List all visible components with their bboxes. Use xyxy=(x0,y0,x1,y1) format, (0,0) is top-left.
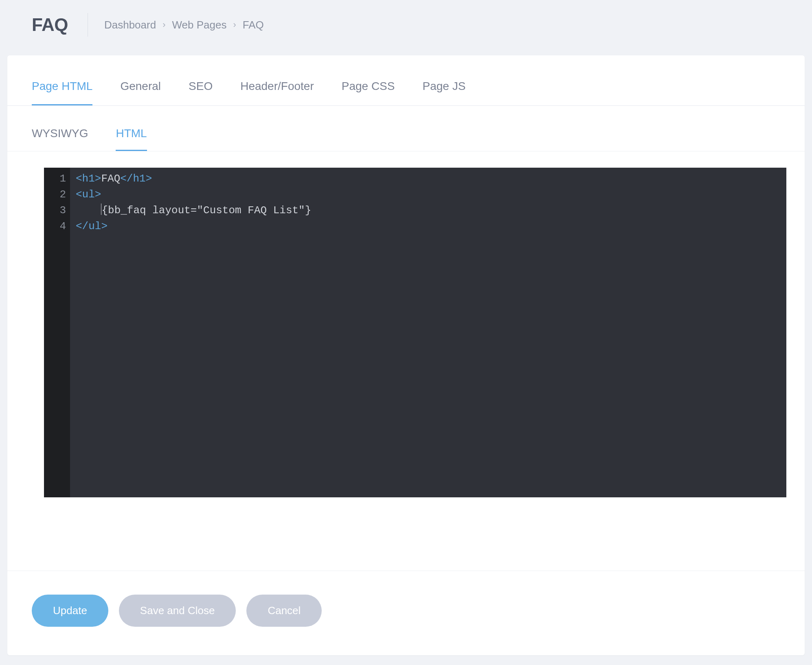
breadcrumb-web-pages[interactable]: Web Pages xyxy=(172,19,226,31)
line-number: 4 xyxy=(53,219,66,234)
breadcrumb: Dashboard › Web Pages › FAQ xyxy=(104,19,264,31)
tab-seo[interactable]: SEO xyxy=(189,80,213,105)
chevron-right-icon: › xyxy=(233,20,236,30)
line-number: 3 xyxy=(53,203,66,219)
header-divider xyxy=(88,13,88,37)
secondary-tabs: WYSIWYG HTML xyxy=(7,106,805,151)
update-button[interactable]: Update xyxy=(32,595,108,627)
breadcrumb-dashboard[interactable]: Dashboard xyxy=(104,19,156,31)
content-panel: Page HTML General SEO Header/Footer Page… xyxy=(7,55,805,655)
page-header: FAQ Dashboard › Web Pages › FAQ xyxy=(0,0,812,55)
primary-tabs: Page HTML General SEO Header/Footer Page… xyxy=(7,55,805,106)
subtab-wysiwyg[interactable]: WYSIWYG xyxy=(32,127,88,151)
code-area[interactable]: <h1>FAQ</h1><ul> {bb_faq layout="Custom … xyxy=(70,168,786,497)
tab-page-css[interactable]: Page CSS xyxy=(342,80,395,105)
cancel-button[interactable]: Cancel xyxy=(246,595,322,627)
tab-general[interactable]: General xyxy=(120,80,161,105)
line-number-gutter: 1234 xyxy=(44,168,70,497)
code-line[interactable]: <h1>FAQ</h1> xyxy=(76,171,781,187)
code-editor-container: 1234 <h1>FAQ</h1><ul> {bb_faq layout="Cu… xyxy=(7,151,805,514)
tab-page-js[interactable]: Page JS xyxy=(422,80,465,105)
action-bar: Update Save and Close Cancel xyxy=(7,571,805,655)
subtab-html[interactable]: HTML xyxy=(116,127,147,151)
code-line[interactable]: {bb_faq layout="Custom FAQ List"} xyxy=(76,203,781,219)
page-title: FAQ xyxy=(32,15,68,35)
chevron-right-icon: › xyxy=(162,20,165,30)
line-number: 2 xyxy=(53,187,66,203)
tab-page-html[interactable]: Page HTML xyxy=(32,80,92,105)
code-line[interactable]: <ul> xyxy=(76,187,781,203)
line-number: 1 xyxy=(53,171,66,187)
code-line[interactable]: </ul> xyxy=(76,219,781,234)
save-and-close-button[interactable]: Save and Close xyxy=(119,595,236,627)
breadcrumb-current: FAQ xyxy=(243,19,264,31)
tab-header-footer[interactable]: Header/Footer xyxy=(240,80,314,105)
code-editor[interactable]: 1234 <h1>FAQ</h1><ul> {bb_faq layout="Cu… xyxy=(44,168,786,497)
